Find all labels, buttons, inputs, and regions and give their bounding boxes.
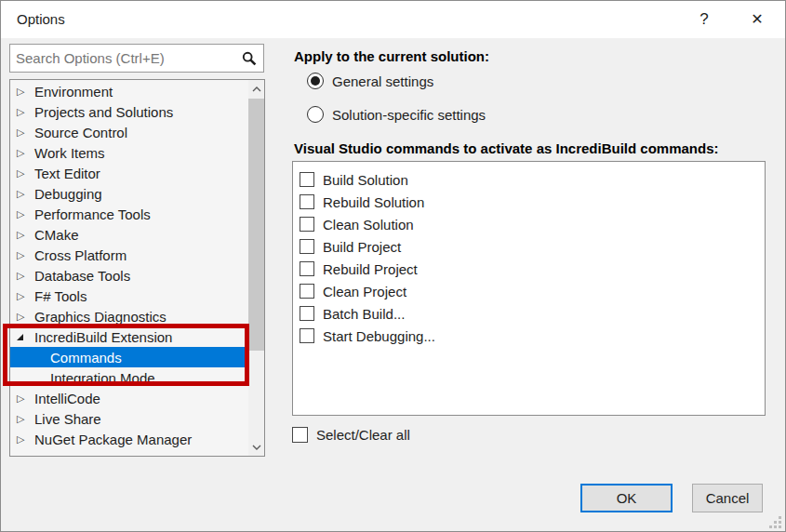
radio-unselected-icon[interactable] bbox=[307, 106, 324, 123]
tree-item-live-share[interactable]: ▷Live Share bbox=[10, 408, 248, 429]
tree-item-intellicode[interactable]: ▷IntelliCode bbox=[10, 388, 248, 408]
radio-label: General settings bbox=[332, 73, 433, 89]
command-item-rebuild-solution[interactable]: Rebuild Solution bbox=[293, 191, 765, 213]
tree-item-label: Commands bbox=[50, 350, 122, 366]
tree-item-debugging[interactable]: ▷Debugging bbox=[10, 183, 248, 204]
command-item-batch-build[interactable]: Batch Build... bbox=[293, 302, 765, 325]
tree-item-cmake[interactable]: ▷CMake bbox=[10, 224, 248, 245]
command-item-clean-project[interactable]: Clean Project bbox=[293, 280, 765, 302]
command-item-build-project[interactable]: Build Project bbox=[293, 235, 765, 258]
help-button[interactable]: ? bbox=[689, 1, 719, 38]
tree-item-cross-platform[interactable]: ▷Cross Platform bbox=[10, 245, 248, 265]
command-item-label: Start Debugging... bbox=[323, 328, 435, 344]
tree-collapsed-icon[interactable]: ▷ bbox=[17, 311, 34, 323]
checkbox-icon[interactable] bbox=[300, 217, 314, 232]
close-button[interactable]: ✕ bbox=[742, 1, 772, 38]
tree-item-label: Work Items bbox=[34, 145, 105, 161]
scrollbar-thumb[interactable] bbox=[248, 99, 264, 351]
tree-item-nuget-package-manager[interactable]: ▷NuGet Package Manager bbox=[10, 429, 248, 449]
tree-item-label: CMake bbox=[34, 227, 79, 243]
tree-item-label: Integration Mode bbox=[50, 370, 155, 386]
command-item-label: Build Solution bbox=[323, 172, 408, 188]
tree-collapsed-icon[interactable]: ▷ bbox=[17, 413, 34, 425]
tree-item-label: IncrediBuild Extension bbox=[34, 329, 172, 345]
scroll-up-icon[interactable] bbox=[248, 81, 264, 97]
tree-collapsed-icon[interactable]: ▷ bbox=[17, 126, 34, 139]
radio-label: Solution-specific settings bbox=[332, 107, 486, 123]
command-item-label: Clean Solution bbox=[323, 217, 414, 233]
tree-item-performance-tools[interactable]: ▷Performance Tools bbox=[10, 204, 248, 224]
tree-expanded-icon[interactable] bbox=[17, 334, 34, 340]
checkbox-icon[interactable] bbox=[300, 239, 314, 254]
tree-item-label: NuGet Package Manager bbox=[34, 432, 192, 447]
command-item-start-debugging[interactable]: Start Debugging... bbox=[293, 325, 765, 347]
tree-collapsed-icon[interactable]: ▷ bbox=[17, 290, 34, 302]
tree-item-projects-and-solutions[interactable]: ▷Projects and Solutions bbox=[10, 101, 248, 122]
tree-item-text-editor[interactable]: ▷Text Editor bbox=[10, 163, 248, 183]
tree-item-database-tools[interactable]: ▷Database Tools bbox=[10, 265, 248, 286]
tree-item-source-control[interactable]: ▷Source Control bbox=[10, 122, 248, 142]
command-item-label: Build Project bbox=[323, 239, 401, 255]
tree-collapsed-icon[interactable]: ▷ bbox=[17, 167, 34, 180]
tree-item-label: Live Share bbox=[34, 411, 101, 427]
tree-collapsed-icon[interactable]: ▷ bbox=[17, 229, 34, 241]
tree-collapsed-icon[interactable]: ▷ bbox=[17, 208, 34, 220]
command-item-rebuild-project[interactable]: Rebuild Project bbox=[293, 258, 765, 280]
tree-collapsed-icon[interactable]: ▷ bbox=[17, 454, 34, 458]
tree-item-label: Performance Tools bbox=[34, 206, 151, 222]
tree-item-label: Test bbox=[34, 452, 60, 458]
search-input[interactable] bbox=[9, 44, 264, 73]
radio-solution-specific-settings[interactable]: Solution-specific settings bbox=[307, 106, 486, 123]
checkbox-icon[interactable] bbox=[300, 284, 314, 299]
tree-item-label: Database Tools bbox=[34, 268, 130, 284]
tree-item-integration-mode[interactable]: Integration Mode bbox=[10, 367, 248, 388]
radio-selected-icon[interactable] bbox=[307, 73, 324, 89]
tree-item-f-tools[interactable]: ▷F# Tools bbox=[10, 286, 248, 306]
titlebar: Options ? ✕ bbox=[1, 1, 785, 38]
tree-item-label: Debugging bbox=[34, 186, 102, 202]
tree-item-label: IntelliCode bbox=[34, 391, 100, 406]
select-clear-all[interactable]: Select/Clear all bbox=[292, 427, 410, 443]
select-clear-all-checkbox[interactable] bbox=[292, 427, 308, 443]
tree-scrollbar[interactable] bbox=[248, 80, 264, 456]
tree-item-label: Text Editor bbox=[34, 166, 100, 181]
commands-section-label: Visual Studio commands to activate as In… bbox=[294, 140, 719, 156]
tree-item-label: Environment bbox=[34, 84, 113, 100]
checkbox-icon[interactable] bbox=[300, 172, 314, 187]
tree-collapsed-icon[interactable]: ▷ bbox=[17, 433, 34, 446]
tree-collapsed-icon[interactable]: ▷ bbox=[17, 147, 34, 159]
window-title: Options bbox=[17, 1, 65, 38]
select-clear-all-label: Select/Clear all bbox=[316, 427, 410, 443]
tree-item-label: Cross Platform bbox=[34, 247, 127, 263]
command-item-label: Batch Build... bbox=[323, 306, 405, 322]
apply-section-label: Apply to the current solution: bbox=[294, 48, 489, 64]
commands-listbox: Build SolutionRebuild SolutionClean Solu… bbox=[292, 161, 766, 416]
tree-collapsed-icon[interactable]: ▷ bbox=[17, 270, 34, 282]
tree-collapsed-icon[interactable]: ▷ bbox=[17, 86, 34, 98]
tree-item-incredibuild-extension[interactable]: IncrediBuild Extension bbox=[10, 326, 248, 347]
scroll-down-icon[interactable] bbox=[248, 439, 264, 455]
command-item-build-solution[interactable]: Build Solution bbox=[293, 168, 765, 191]
tree-collapsed-icon[interactable]: ▷ bbox=[17, 249, 34, 261]
command-item-label: Rebuild Solution bbox=[323, 194, 424, 210]
cancel-button[interactable]: Cancel bbox=[692, 484, 763, 512]
command-item-label: Clean Project bbox=[323, 284, 406, 299]
tree-item-graphics-diagnostics[interactable]: ▷Graphics Diagnostics bbox=[10, 306, 248, 326]
tree-item-label: Projects and Solutions bbox=[34, 104, 173, 120]
checkbox-icon[interactable] bbox=[300, 328, 314, 343]
tree-collapsed-icon[interactable]: ▷ bbox=[17, 188, 34, 200]
ok-button[interactable]: OK bbox=[580, 484, 673, 512]
tree-item-work-items[interactable]: ▷Work Items bbox=[10, 142, 248, 163]
checkbox-icon[interactable] bbox=[300, 306, 314, 321]
checkbox-icon[interactable] bbox=[300, 261, 314, 276]
checkbox-icon[interactable] bbox=[300, 194, 314, 209]
command-item-clean-solution[interactable]: Clean Solution bbox=[293, 213, 765, 235]
resize-grip-icon[interactable] bbox=[769, 516, 781, 528]
tree-collapsed-icon[interactable]: ▷ bbox=[17, 392, 34, 405]
tree-item-environment[interactable]: ▷Environment bbox=[10, 81, 248, 101]
radio-general-settings[interactable]: General settings bbox=[307, 73, 433, 89]
tree-item-label: F# Tools bbox=[34, 288, 87, 304]
tree-item-test[interactable]: ▷Test bbox=[10, 449, 248, 457]
tree-collapsed-icon[interactable]: ▷ bbox=[17, 106, 34, 118]
tree-item-commands[interactable]: Commands bbox=[10, 347, 248, 367]
